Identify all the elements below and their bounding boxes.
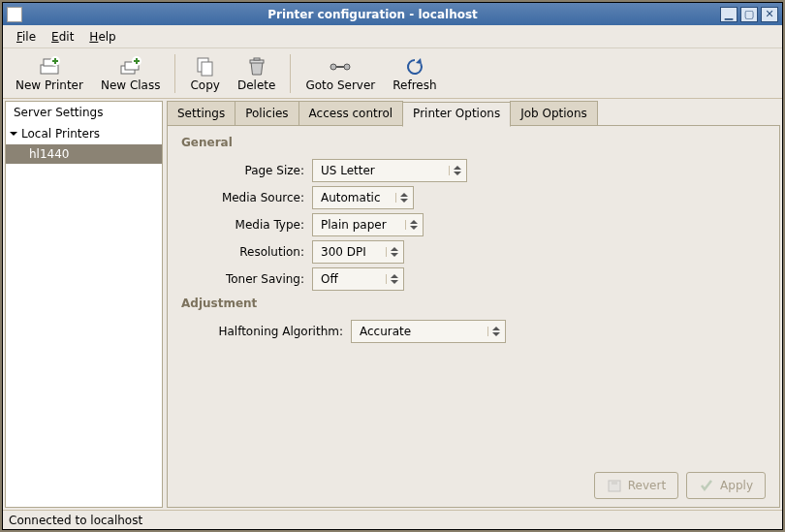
svg-rect-7 [202,62,212,76]
app-icon [7,7,22,22]
label-halftoning: Halftoning Algorithm: [181,325,351,338]
section-adjustment: Adjustment [181,297,766,310]
window-title: Printer configuration - localhost [28,8,717,21]
label-media-source: Media Source: [181,191,312,204]
goto-server-button[interactable]: Goto Server [297,52,384,95]
tab-access-control[interactable]: Access control [298,101,404,126]
sidebar: Server Settings Local Printers hl1440 [5,101,163,508]
refresh-button[interactable]: Refresh [384,52,445,95]
new-class-button[interactable]: New Class [92,52,170,95]
printer-options-panel: General Page Size: US Letter Media Sourc… [167,125,780,508]
button-row: Revert Apply [181,464,766,499]
menu-file[interactable]: File [9,27,44,47]
toolbar: New Printer New Class Copy Delete [3,48,782,99]
trash-icon [245,55,268,78]
spinner-icon [449,166,462,175]
svg-point-11 [344,64,350,70]
sidebar-server-settings[interactable]: Server Settings [6,102,162,123]
status-text: Connected to localhost [9,514,142,527]
menu-help[interactable]: Help [81,27,123,47]
tab-settings[interactable]: Settings [167,101,236,126]
network-icon [329,55,352,78]
svg-rect-9 [254,58,260,60]
refresh-icon [403,55,426,78]
spinner-icon [395,193,409,203]
section-general: General [181,136,766,149]
spinner-icon [405,220,419,230]
apply-button[interactable]: Apply [686,472,766,499]
statusbar: Connected to localhost [3,510,782,529]
body: Server Settings Local Printers hl1440 Se… [3,99,782,510]
resolution-select[interactable]: 300 DPI [312,240,404,264]
label-media-type: Media Type: [181,218,312,232]
menubar: File Edit Help [3,25,782,48]
tab-policies[interactable]: Policies [235,101,298,126]
tab-bar: Settings Policies Access control Printer… [167,101,780,126]
spinner-icon [487,327,501,336]
label-resolution: Resolution: [181,245,312,259]
check-icon [699,478,714,493]
toolbar-separator [290,54,291,93]
label-toner-saving: Toner Saving: [181,272,312,286]
svg-rect-14 [612,481,617,485]
minimize-button[interactable]: ▁ [720,7,738,22]
printer-plus-icon [38,55,61,78]
main-panel: Settings Policies Access control Printer… [167,101,780,508]
class-plus-icon [119,55,142,78]
copy-icon [194,55,217,78]
maximize-button[interactable]: ▢ [740,7,758,22]
revert-icon [607,478,622,493]
spinner-icon [386,274,399,284]
sidebar-local-printers[interactable]: Local Printers [6,123,162,144]
tab-printer-options[interactable]: Printer Options [402,102,511,127]
toner-saving-select[interactable]: Off [312,267,404,291]
svg-point-10 [330,64,336,70]
new-printer-button[interactable]: New Printer [7,52,92,95]
media-type-select[interactable]: Plain paper [312,213,424,236]
halftoning-select[interactable]: Accurate [351,320,506,343]
tab-job-options[interactable]: Job Options [510,101,598,126]
revert-button[interactable]: Revert [594,472,678,499]
menu-edit[interactable]: Edit [44,27,81,47]
titlebar: Printer configuration - localhost ▁ ▢ ✕ [3,3,782,25]
delete-button[interactable]: Delete [229,52,284,95]
page-size-select[interactable]: US Letter [312,159,467,182]
media-source-select[interactable]: Automatic [312,186,414,209]
app-window: Printer configuration - localhost ▁ ▢ ✕ … [2,2,783,530]
sidebar-printer-item[interactable]: hl1440 [6,144,162,164]
spinner-icon [386,247,399,257]
copy-button[interactable]: Copy [181,52,228,95]
close-button[interactable]: ✕ [761,7,778,22]
toolbar-separator [174,54,175,93]
label-page-size: Page Size: [181,164,312,177]
